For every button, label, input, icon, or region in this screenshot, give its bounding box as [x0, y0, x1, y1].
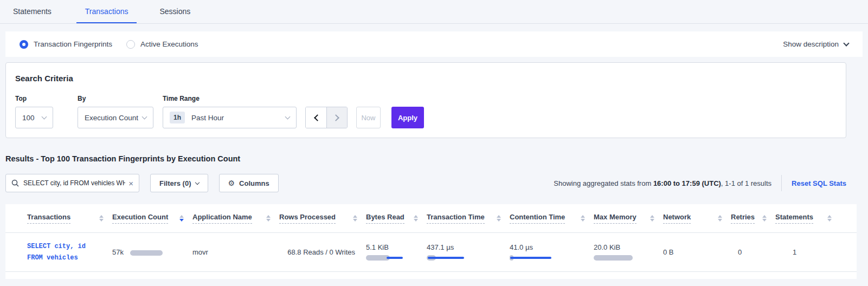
table-header-row: Transactions Execution Count Application…	[5, 204, 857, 232]
radio-transaction-fingerprints[interactable]: Transaction Fingerprints	[20, 40, 112, 49]
previous-time-button[interactable]	[306, 107, 326, 128]
transaction-fingerprint-link[interactable]: SELECT city, id FROM vehicles	[27, 241, 86, 263]
sort-icon[interactable]	[581, 215, 585, 222]
radio-label: Active Executions	[140, 40, 198, 48]
time-nav-group	[305, 107, 348, 128]
tab-sessions[interactable]: Sessions	[151, 0, 199, 23]
clear-search-icon[interactable]: ×	[128, 179, 133, 187]
search-criteria-title: Search Criteria	[15, 74, 832, 83]
column-header-statements: Statements	[775, 213, 840, 224]
now-button[interactable]: Now	[356, 107, 381, 128]
chevron-down-icon	[195, 180, 199, 185]
column-header-network: Network	[663, 213, 731, 224]
reset-sql-stats-link[interactable]: Reset SQL Stats	[792, 179, 846, 187]
by-label: By	[78, 95, 163, 102]
max-memory-bar	[594, 255, 648, 261]
chevron-right-icon	[332, 114, 339, 121]
top-label: Top	[15, 95, 78, 102]
results-toolbar: × Filters (0) ⚙ Columns Showing aggregat…	[5, 174, 846, 192]
sort-icon[interactable]	[179, 215, 184, 222]
columns-label: Columns	[239, 179, 269, 187]
column-header-retries: Retries	[731, 213, 775, 224]
column-header-bytes-read: Bytes Read	[366, 213, 427, 224]
contention-time-bar	[510, 255, 564, 261]
sort-icon[interactable]	[497, 215, 501, 222]
by-select[interactable]: Execution Count	[78, 107, 153, 128]
search-icon	[11, 179, 19, 187]
sort-icon[interactable]	[827, 215, 832, 222]
aggregated-stats-text: Showing aggregated stats from 16:00 to 1…	[554, 179, 771, 187]
cell-bytes-read: 5.1 KiB	[366, 243, 427, 261]
cell-statements: 1	[775, 248, 840, 256]
chevron-left-icon	[314, 114, 321, 121]
cell-application-name: movr	[192, 248, 279, 256]
by-select-value: Execution Count	[85, 114, 138, 122]
stats-period: 16:00 to 17:59 (UTC)	[653, 179, 721, 187]
apply-button[interactable]: Apply	[391, 107, 424, 128]
column-header-transaction-time: Transaction Time	[427, 213, 510, 224]
cell-execution-count: 57k	[112, 248, 192, 256]
radio-unselected-icon	[126, 40, 135, 49]
time-range-select[interactable]: 1h Past Hour	[163, 107, 297, 128]
radio-selected-icon	[20, 40, 28, 49]
columns-button[interactable]: ⚙ Columns	[219, 174, 279, 192]
view-toggle-row: Transaction Fingerprints Active Executio…	[5, 31, 863, 57]
search-criteria-card: Search Criteria Top 100 By Execution Cou…	[5, 62, 846, 138]
transaction-time-bar	[427, 255, 481, 261]
search-input[interactable]	[23, 179, 125, 187]
tab-statements[interactable]: Statements	[13, 0, 62, 23]
cell-network: 0 B	[663, 248, 731, 256]
table-row: SELECT city, id FROM vehicles 57k movr 6…	[5, 232, 857, 272]
column-header-contention-time: Contention Time	[510, 213, 594, 224]
time-range-badge: 1h	[170, 112, 185, 123]
cell-retries: 0	[731, 248, 775, 256]
results-heading: Results - Top 100 Transaction Fingerprin…	[5, 154, 863, 163]
radio-label: Transaction Fingerprints	[34, 40, 112, 48]
top-select[interactable]: 100	[15, 107, 53, 128]
cell-max-memory: 20.0 KiB	[594, 243, 663, 261]
chevron-down-icon	[142, 114, 147, 120]
sort-icon[interactable]	[414, 215, 418, 222]
cell-transaction-fingerprint: SELECT city, id FROM vehicles	[27, 241, 112, 263]
time-range-label: Time Range	[163, 95, 297, 102]
cell-transaction-time: 437.1 µs	[427, 243, 510, 261]
fingerprint-search-box[interactable]: ×	[5, 174, 139, 192]
sort-icon[interactable]	[99, 215, 104, 222]
cell-rows-processed: 68.8 Reads / 0 Writes	[279, 248, 366, 256]
sort-icon[interactable]	[353, 215, 357, 222]
execution-count-bar	[130, 250, 184, 256]
show-description-toggle[interactable]: Show description	[783, 40, 848, 48]
filters-button[interactable]: Filters (0)	[150, 174, 208, 192]
chevron-down-icon	[42, 114, 47, 120]
divider	[781, 175, 782, 191]
cell-contention-time: 41.0 µs	[510, 243, 594, 261]
top-select-value: 100	[22, 114, 35, 122]
chevron-down-icon	[285, 114, 291, 120]
column-header-rows-processed: Rows Processed	[279, 213, 366, 224]
column-header-application-name: Application Name	[192, 213, 279, 224]
tab-transactions[interactable]: Transactions	[76, 0, 137, 23]
filters-label: Filters (0)	[159, 179, 191, 187]
sort-icon[interactable]	[762, 215, 767, 222]
next-time-button[interactable]	[326, 107, 347, 128]
sort-icon[interactable]	[718, 215, 722, 222]
column-header-transactions: Transactions	[27, 213, 112, 224]
gear-icon: ⚙	[228, 179, 235, 187]
sql-activity-tabbar: Statements Transactions Sessions	[0, 0, 868, 24]
radio-active-executions[interactable]: Active Executions	[126, 40, 198, 49]
column-header-max-memory: Max Memory	[594, 213, 663, 224]
show-description-label: Show description	[783, 40, 839, 48]
transactions-table: Transactions Execution Count Application…	[5, 204, 857, 279]
column-header-execution-count: Execution Count	[112, 213, 192, 224]
time-range-value: Past Hour	[191, 114, 224, 122]
chevron-down-icon	[843, 40, 849, 46]
sort-icon[interactable]	[266, 215, 271, 222]
bytes-read-bar	[366, 255, 420, 261]
sort-icon[interactable]	[650, 215, 654, 222]
